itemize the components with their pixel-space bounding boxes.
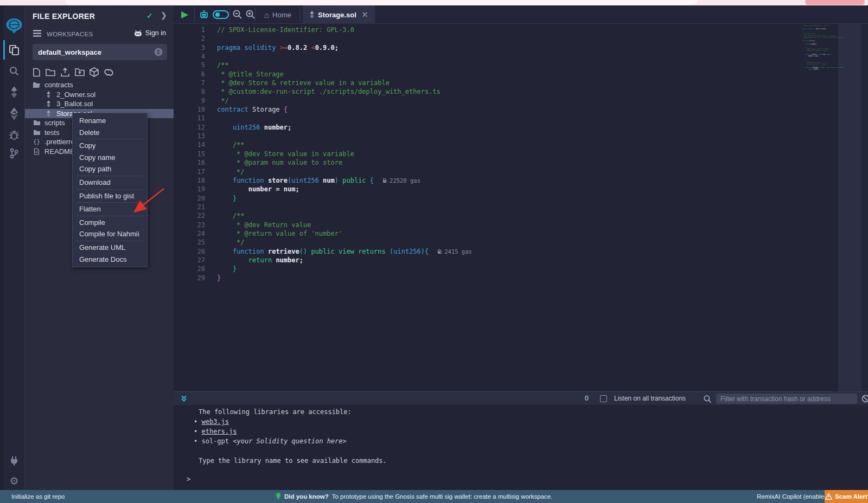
minimap-slider[interactable] [838,24,861,391]
solidity-icon [44,110,53,117]
clear-console-icon[interactable] [861,395,868,405]
terminal-link[interactable]: ethers.js [201,428,237,435]
ai-robot-icon[interactable] [199,9,209,22]
run-script-play-icon[interactable]: ▶ [181,9,188,20]
copilot-toggle[interactable] [213,10,229,19]
ipfs-cube-icon[interactable] [90,67,99,77]
tab-storage-sol[interactable]: Storage.sol ✕ [303,5,375,24]
bullet: • [194,428,201,435]
listen-transactions-checkbox[interactable] [600,395,607,402]
menu-item-download[interactable]: Download [73,177,147,189]
menu-item-flatten[interactable]: Flatten [73,203,147,215]
git-icon[interactable] [3,145,25,162]
line-number: 21 [174,203,205,211]
remix-ide-window: ⚙ FILE EXPLORER ✓ ❯ WORKSPACES Sign in d… [0,0,868,503]
terminal-output[interactable]: The following libraries are accessible:•… [174,405,868,490]
did-you-know-tip: Did you know? To prototype using the Gno… [276,493,552,500]
tree-item-label: tests [44,128,59,137]
code-line-1: // SPDX-License-Identifier: GPL-3.0 [217,25,472,34]
menu-item-copy-path[interactable]: Copy path [73,163,147,175]
code-line-17: */ [217,167,472,176]
file-explorer-icon[interactable] [3,41,25,59]
lightbulb-icon [276,493,281,500]
new-file-icon[interactable] [33,68,41,77]
code-editor[interactable]: 1234567891011121314151617181920212223242… [174,24,868,391]
menu-item-copy-name[interactable]: Copy name [73,152,147,164]
upload-file-icon[interactable] [60,68,70,77]
browser-addressbar-remnant [65,0,698,5]
zoom-in-icon[interactable] [245,9,256,22]
minimap[interactable]: // SPDX-License-Identifier: GPL-3.0 prag… [802,25,846,74]
separator [229,8,230,22]
menu-item-generate-uml[interactable]: Generate UML [73,242,147,254]
menu-item-publish-file-to-gist[interactable]: Publish file to gist [73,190,147,202]
tree-item-label: scripts [44,119,65,127]
menu-item-delete[interactable]: Delete [73,127,147,139]
remix-logo-icon[interactable] [3,16,25,36]
copilot-status[interactable]: RemixAI Copilot (enabled) [757,493,829,500]
plugin-manager-icon[interactable] [3,453,25,468]
line-number: 19 [174,185,205,194]
code-line-8: * @custom:dev-run-script ./scripts/deplo… [217,87,472,96]
menu-item-rename[interactable]: Rename [73,115,147,127]
folder-icon [33,130,41,136]
tree-item-label: .prettierrc [44,138,74,146]
code-line-9: */ [217,96,472,105]
menu-item-generate-docs[interactable]: Generate Docs [73,254,147,266]
line-number: 24 [174,229,205,238]
menu-divider [76,176,144,176]
deploy-run-icon[interactable] [3,105,25,122]
menu-item-compile[interactable]: Compile [73,217,147,229]
tree-item-label: 2_Owner.sol [56,91,95,99]
line-number: 6 [174,70,205,79]
chevron-right-icon[interactable]: ❯ [161,11,167,20]
home-icon: ⌂ [264,10,269,20]
hamburger-menu-icon[interactable] [33,29,42,37]
import-link-icon[interactable] [104,68,114,76]
menu-item-copy[interactable]: Copy [73,140,147,152]
code-line-12: uint256 number; [217,123,472,132]
menu-divider [76,216,144,216]
tree-item-2-owner-sol[interactable]: 2_Owner.sol [25,90,174,100]
browser-extension-remnant [805,0,865,5]
line-number: 1 [174,25,205,34]
tree-item-contracts[interactable]: contracts [25,80,174,90]
check-icon: ✓ [146,11,153,20]
code-line-19: number = num; [217,185,472,194]
code-line-10: contract Storage { [217,105,472,114]
terminal-search-icon[interactable] [703,395,712,405]
line-number: 4 [174,52,205,61]
workspace-sort-icon [154,48,163,59]
tree-item-3-ballot-sol[interactable]: 3_Ballot.sol [25,99,174,109]
transaction-filter-input[interactable] [716,394,857,404]
terminal-line: • ethers.js [174,427,868,436]
terminal-line: Type the library name to see available c… [174,456,868,466]
workspace-select[interactable]: default_workspace [33,44,167,60]
code-line-14: /** [217,140,472,149]
sign-in-button[interactable]: Sign in [134,29,166,37]
tree-item-label: contracts [44,81,73,89]
debugger-icon[interactable] [3,127,25,143]
search-plugin-icon[interactable] [3,63,25,79]
new-folder-icon[interactable] [46,68,55,76]
upload-folder-icon[interactable] [75,68,85,76]
warning-triangle-icon [825,493,832,500]
code-line-4 [217,52,472,61]
tab-home[interactable]: ⌂ Home [258,5,298,24]
git-init-status[interactable]: Initialize as git repo [11,493,65,500]
terminal-prompt[interactable]: > [187,475,190,483]
scam-alert-button[interactable]: Scam Alert [825,490,868,503]
line-number: 23 [174,221,205,229]
terminal-link[interactable]: web3.js [201,418,229,425]
github-icon [134,30,142,37]
code-content: // SPDX-License-Identifier: GPL-3.0pragm… [217,25,472,282]
solidity-compiler-icon[interactable] [3,83,25,101]
code-line-18: function store(uint256 num) public {2252… [217,176,472,185]
code-line-23: * @dev Return value [217,221,472,229]
line-number: 2 [174,34,205,43]
menu-item-compile-for-nahmii[interactable]: Compile for Nahmii [73,228,147,240]
settings-gear-icon[interactable]: ⚙ [3,474,25,488]
expand-terminal-icon[interactable] [180,395,188,404]
listen-transactions-label: Listen on all transactions [614,395,686,402]
zoom-out-icon[interactable] [232,9,242,22]
